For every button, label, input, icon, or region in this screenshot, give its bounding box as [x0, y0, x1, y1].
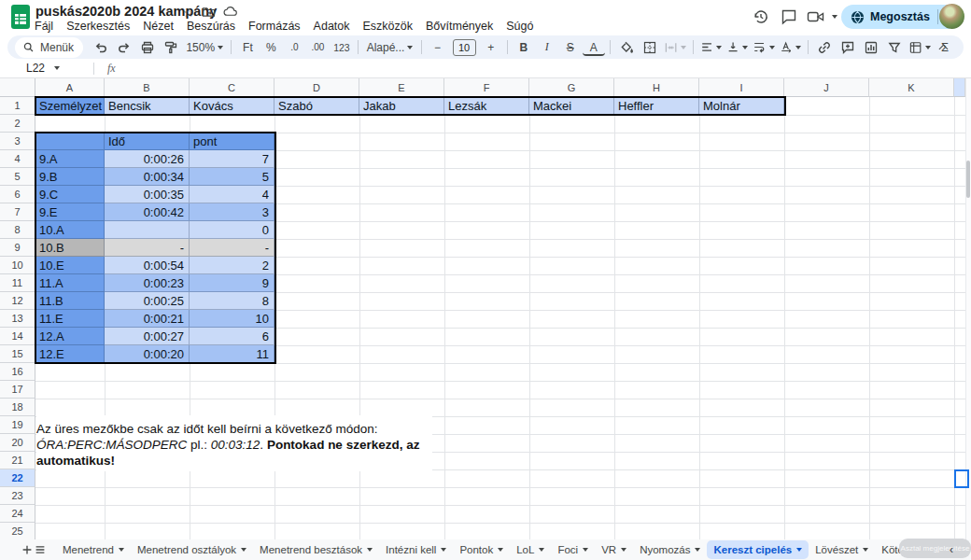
row-header-5[interactable]: 5	[0, 168, 35, 186]
horizontal-scrollbar-overlay[interactable]: Asztal megjelenítése ‹	[899, 539, 971, 558]
sheet-tab-caret-icon[interactable]	[119, 548, 124, 552]
row-header-12[interactable]: 12	[0, 292, 35, 310]
bold-button[interactable]: B	[513, 37, 535, 58]
video-call-caret-icon[interactable]	[832, 15, 837, 19]
font-family-select[interactable]: Alapé...	[363, 37, 415, 58]
cell-row1-Szabó[interactable]: Szabó	[274, 97, 359, 115]
sheet-tab-caret-icon[interactable]	[583, 548, 588, 552]
row-header-16[interactable]: 16	[0, 363, 35, 381]
sheet-tab-caret-icon[interactable]	[241, 548, 246, 552]
cell-time-11.A[interactable]: 0:00:23	[105, 274, 190, 292]
row-header-13[interactable]: 13	[0, 310, 35, 328]
cell-points-11.B[interactable]: 8	[190, 292, 274, 310]
video-call-icon[interactable]	[807, 8, 825, 25]
cell-points-11.A[interactable]: 9	[190, 274, 274, 292]
row-header-6[interactable]: 6	[0, 186, 35, 203]
row-header-22[interactable]: 22	[0, 469, 35, 487]
row-header-23[interactable]: 23	[0, 487, 35, 505]
cell-time-9.E[interactable]: 0:00:42	[105, 203, 190, 221]
menu-bővítmények[interactable]: Bővítmények	[419, 19, 500, 34]
cell-class-9.E[interactable]: 9.E	[35, 203, 105, 221]
comments-icon[interactable]	[781, 8, 797, 25]
sheet-tab-caret-icon[interactable]	[498, 548, 503, 552]
cell-row1-Személyzet[interactable]: Személyzet	[35, 97, 105, 115]
cell-class-11.A[interactable]: 11.A	[35, 274, 105, 292]
cell-points-10.A[interactable]: 0	[190, 221, 274, 239]
cell-points-9.A[interactable]: 7	[190, 150, 274, 168]
cell-class-11.B[interactable]: 11.B	[35, 292, 105, 310]
cell-time-12.E[interactable]: 0:00:20	[105, 345, 190, 363]
sheet-tab-caret-icon[interactable]	[441, 548, 446, 552]
cell-class-9.A[interactable]: 9.A	[35, 150, 105, 168]
fill-color-button[interactable]	[615, 37, 638, 58]
font-size-input[interactable]: 10	[453, 39, 476, 56]
row-header-3[interactable]: 3	[0, 133, 35, 150]
column-header-C[interactable]: C	[190, 78, 274, 97]
cell-time-10.E[interactable]: 0:00:54	[105, 257, 190, 274]
sheet-tab-kereszt-cipelés[interactable]: Kereszt cipelés	[707, 540, 809, 559]
more-formats-button[interactable]: 123	[330, 37, 353, 58]
menu-nézet[interactable]: Nézet	[136, 19, 180, 34]
sheet-tab-foci[interactable]: Foci	[551, 539, 595, 560]
cell-points-11.E[interactable]: 10	[190, 310, 274, 328]
pivot-table-button[interactable]	[907, 37, 933, 58]
cell-class-12.E[interactable]: 12.E	[35, 345, 105, 363]
row-header-15[interactable]: 15	[0, 345, 35, 363]
cell-header-time[interactable]: Idő	[105, 133, 190, 150]
percent-format-button[interactable]: %	[260, 37, 282, 58]
sheet-tab-caret-icon[interactable]	[367, 548, 373, 552]
cell-time-11.B[interactable]: 0:00:25	[105, 292, 190, 310]
vertical-align-button[interactable]	[725, 37, 750, 58]
row-header-17[interactable]: 17	[0, 381, 35, 399]
row-header-1[interactable]: 1	[0, 97, 35, 115]
add-sheet-button[interactable]	[21, 543, 34, 556]
cell-row1-Bencsik[interactable]: Bencsik	[105, 97, 190, 115]
cell-row1-Jakab[interactable]: Jakab	[359, 97, 444, 115]
horizontal-align-button[interactable]	[698, 37, 724, 58]
name-box-caret-icon[interactable]	[54, 66, 60, 70]
menu-formázás[interactable]: Formázás	[242, 19, 307, 34]
row-header-14[interactable]: 14	[0, 328, 35, 345]
star-icon[interactable]: ☆	[183, 6, 194, 20]
sheet-tab-caret-icon[interactable]	[695, 548, 700, 552]
column-header-F[interactable]: F	[444, 78, 529, 97]
row-header-2[interactable]: 2	[0, 115, 35, 133]
insert-chart-button[interactable]	[860, 37, 882, 58]
sheet-tab-nyomozás[interactable]: Nyomozás	[633, 539, 707, 560]
column-header-K[interactable]: K	[869, 78, 954, 97]
merge-cells-button[interactable]	[662, 37, 688, 58]
sheet-tab-lövészet[interactable]: Lövészet	[809, 539, 875, 560]
cell-row1-Kovács[interactable]: Kovács	[190, 97, 274, 115]
create-filter-button[interactable]	[883, 37, 906, 58]
cell-points-10.B[interactable]: -	[190, 239, 274, 257]
collapse-toolbar-button[interactable]	[932, 37, 954, 58]
sheet-tab-menetrend[interactable]: Menetrend	[56, 539, 131, 560]
currency-format-button[interactable]: Ft	[236, 37, 259, 58]
avatar[interactable]	[939, 4, 964, 29]
cell-points-10.E[interactable]: 2	[190, 257, 274, 274]
row-header-21[interactable]: 21	[0, 452, 35, 469]
row-header-19[interactable]: 19	[0, 416, 35, 434]
cell-row1-Heffler[interactable]: Heffler	[614, 97, 699, 115]
move-folder-icon[interactable]	[202, 6, 216, 18]
column-header-B[interactable]: B	[105, 78, 190, 97]
cell-class-9.B[interactable]: 9.B	[35, 168, 105, 186]
borders-button[interactable]	[639, 37, 661, 58]
row-header-9[interactable]: 9	[0, 239, 35, 257]
vertical-scrollbar-thumb[interactable]	[966, 161, 970, 198]
sheet-tab-vr[interactable]: VR	[595, 539, 633, 560]
decrease-font-size-button[interactable]: −	[427, 37, 449, 58]
cell-time-10.B[interactable]: -	[105, 239, 190, 257]
column-header-H[interactable]: H	[614, 78, 699, 97]
menu-szerkesztés[interactable]: Szerkesztés	[60, 19, 136, 34]
row-header-11[interactable]: 11	[0, 274, 35, 292]
italic-button[interactable]: I	[536, 37, 558, 58]
row-header-25[interactable]: 25	[0, 523, 35, 539]
cell-time-10.A[interactable]	[105, 221, 190, 239]
cell-time-11.E[interactable]: 0:00:21	[105, 310, 190, 328]
formula-input[interactable]	[116, 59, 971, 77]
cell-class-10.A[interactable]: 10.A	[35, 221, 105, 239]
column-header-A[interactable]: A	[35, 78, 105, 97]
text-rotation-button[interactable]	[778, 37, 803, 58]
strikethrough-button[interactable]: S	[559, 37, 582, 58]
